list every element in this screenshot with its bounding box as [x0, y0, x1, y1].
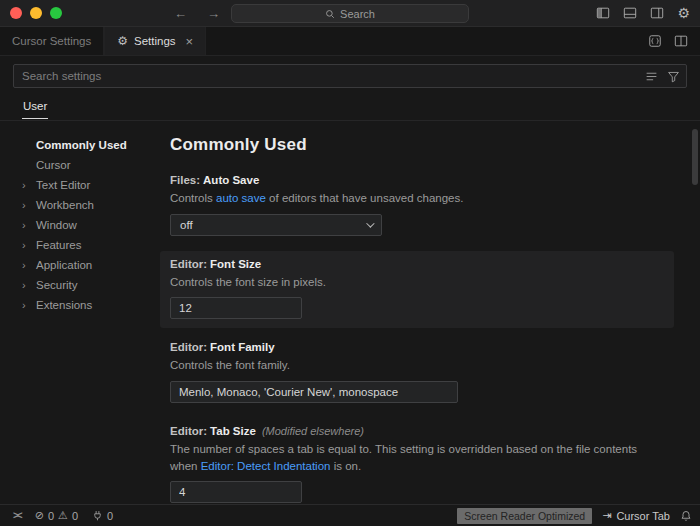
setting-editor-font-family: Editor:Font Family Controls the font fam…: [160, 334, 674, 412]
desc-text: is on.: [330, 460, 361, 472]
setting-title: Files:Auto Save: [170, 174, 664, 186]
section-heading: Commonly Used: [170, 135, 674, 155]
toc-item-cursor[interactable]: Cursor: [0, 155, 150, 175]
settings-toc: Commonly Used Cursor › Text Editor › Wor…: [0, 121, 150, 504]
editor-tab-bar: Cursor Settings ⚙ Settings ×: [0, 27, 700, 56]
setting-title: Editor:Font Size: [170, 258, 664, 270]
command-center-search[interactable]: Search: [231, 4, 469, 23]
auto-save-link[interactable]: auto save: [216, 192, 266, 204]
forward-icon[interactable]: →: [207, 6, 220, 21]
errors-count: 0: [48, 510, 54, 522]
setting-editor-tab-size: Editor:Tab Size(Modified elsewhere) The …: [160, 418, 674, 504]
tab-settings[interactable]: ⚙ Settings ×: [104, 27, 206, 55]
toc-item-window[interactable]: › Window: [0, 215, 150, 235]
toc-item-application[interactable]: › Application: [0, 255, 150, 275]
toc-item-text-editor[interactable]: › Text Editor: [0, 175, 150, 195]
setting-name: Font Size: [210, 258, 261, 270]
font-size-input[interactable]: [170, 297, 302, 319]
split-editor-icon[interactable]: [674, 34, 688, 48]
settings-search-row: [0, 56, 700, 94]
back-icon[interactable]: ←: [174, 6, 187, 21]
settings-search-input[interactable]: [13, 64, 687, 88]
filter-funnel-icon[interactable]: [667, 70, 680, 83]
vertical-scrollbar[interactable]: [692, 129, 698, 185]
setting-category: Editor:: [170, 258, 207, 270]
chevron-right-icon: ›: [22, 235, 26, 255]
close-tab-icon[interactable]: ×: [186, 34, 194, 49]
settings-search-actions: [645, 64, 680, 88]
settings-gear-icon[interactable]: ⚙: [677, 6, 690, 20]
setting-description: Controls auto save of editors that have …: [170, 190, 664, 207]
cursor-tab-status[interactable]: ⇥ Cursor Tab: [602, 509, 670, 522]
titlebar-actions: ⚙: [596, 6, 690, 20]
toggle-panel-icon[interactable]: [623, 6, 637, 20]
chevron-right-icon: ›: [22, 175, 26, 195]
toggle-sidebar-right-icon[interactable]: [650, 6, 664, 20]
setting-name: Font Family: [210, 341, 275, 353]
setting-description: Controls the font size in pixels.: [170, 274, 664, 291]
settings-scope-tabs: User: [0, 94, 700, 121]
toc-label: Commonly Used: [36, 139, 127, 151]
toc-label: Text Editor: [36, 179, 90, 191]
chevron-right-icon: ›: [22, 275, 26, 295]
filter-lines-icon[interactable]: [645, 70, 658, 83]
minimize-window-button[interactable]: [30, 7, 42, 19]
setting-editor-font-size: Editor:Font Size Controls the font size …: [160, 251, 674, 329]
modified-elsewhere-note: (Modified elsewhere): [262, 425, 364, 437]
close-window-button[interactable]: [10, 7, 22, 19]
toc-label: Window: [36, 219, 77, 231]
toc-label: Workbench: [36, 199, 94, 211]
remote-indicator-icon[interactable]: ><: [8, 505, 26, 526]
setting-category: Editor:: [170, 425, 207, 437]
setting-description: Controls the font family.: [170, 357, 664, 374]
plug-icon: [92, 510, 103, 521]
status-bar: >< ⊘ 0 ⚠ 0 0 Screen Reader Optimized ⇥ C…: [0, 504, 700, 526]
screen-reader-optimized-button[interactable]: Screen Reader Optimized: [457, 508, 592, 524]
toc-label: Cursor: [36, 159, 71, 171]
auto-save-select[interactable]: off: [170, 214, 382, 236]
toc-label: Application: [36, 259, 92, 271]
zoom-window-button[interactable]: [50, 7, 62, 19]
warnings-icon: ⚠: [58, 509, 68, 522]
chevron-down-icon: [366, 219, 374, 227]
toc-label: Security: [36, 279, 78, 291]
scope-tab-user[interactable]: User: [22, 96, 48, 119]
setting-files-auto-save: Files:Auto Save Controls auto save of ed…: [160, 167, 674, 245]
settings-list: Commonly Used Files:Auto Save Controls a…: [150, 121, 700, 504]
chevron-right-icon: ›: [22, 195, 26, 215]
setting-category: Files:: [170, 174, 200, 186]
toc-item-features[interactable]: › Features: [0, 235, 150, 255]
warnings-count: 0: [72, 510, 78, 522]
toc-item-workbench[interactable]: › Workbench: [0, 195, 150, 215]
toggle-sidebar-left-icon[interactable]: [596, 6, 610, 20]
select-value: off: [180, 219, 193, 231]
toc-label: Extensions: [36, 299, 92, 311]
history-nav: ← →: [174, 6, 220, 21]
chevron-right-icon: ›: [22, 215, 26, 235]
desc-text: of editors that have unsaved changes.: [266, 192, 464, 204]
chevron-right-icon: ›: [22, 295, 26, 315]
problems-status[interactable]: ⊘ 0 ⚠ 0: [30, 505, 83, 526]
detect-indentation-link[interactable]: Editor: Detect Indentation: [201, 460, 331, 472]
tab-size-input[interactable]: [170, 481, 302, 503]
editor-actions: [636, 27, 700, 55]
tab-cursor-settings[interactable]: Cursor Settings: [0, 27, 104, 55]
setting-title: Editor:Tab Size(Modified elsewhere): [170, 425, 664, 437]
settings-editor-body: Commonly Used Cursor › Text Editor › Wor…: [0, 121, 700, 504]
ports-count: 0: [107, 510, 113, 522]
notifications-bell-icon[interactable]: [680, 510, 692, 522]
chevron-right-icon: ›: [22, 255, 26, 275]
toc-item-extensions[interactable]: › Extensions: [0, 295, 150, 315]
search-icon: [325, 9, 335, 19]
setting-category: Editor:: [170, 341, 207, 353]
command-center-label: Search: [340, 8, 375, 20]
ports-status[interactable]: 0: [87, 505, 118, 526]
open-settings-json-icon[interactable]: [648, 34, 662, 48]
setting-description: The number of spaces a tab is equal to. …: [170, 441, 664, 474]
setting-name: Tab Size: [210, 425, 256, 437]
toc-item-security[interactable]: › Security: [0, 275, 150, 295]
cursor-tab-icon: ⇥: [602, 509, 611, 522]
font-family-input[interactable]: [170, 381, 458, 403]
tab-label: Settings: [134, 35, 176, 47]
toc-item-commonly-used[interactable]: Commonly Used: [0, 135, 150, 155]
